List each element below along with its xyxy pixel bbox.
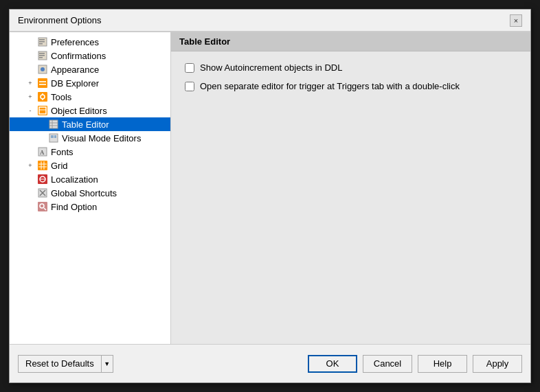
svg-rect-20 <box>49 120 58 128</box>
expander-table-editor <box>36 119 47 130</box>
svg-rect-2 <box>39 41 45 43</box>
icon-grid <box>37 160 48 171</box>
footer-left: Reset to Defaults ▼ <box>18 355 113 373</box>
expander-visual-mode-editors <box>36 132 47 143</box>
svg-rect-10 <box>38 78 47 88</box>
sidebar-tree: PreferencesConfirmationsAppearance+DB Ex… <box>10 32 171 344</box>
label-preferences: Preferences <box>51 37 99 47</box>
svg-text:A: A <box>40 149 45 156</box>
icon-find-option <box>37 201 48 212</box>
checkbox-1[interactable] <box>185 82 194 91</box>
help-button[interactable]: Help <box>418 355 467 373</box>
expander-find-option <box>25 201 36 212</box>
svg-rect-3 <box>39 43 43 45</box>
sidebar-item-visual-mode-editors[interactable]: Visual Mode Editors <box>10 131 170 145</box>
sidebar-item-preferences[interactable]: Preferences <box>10 35 170 49</box>
label-localization: Localization <box>51 174 98 185</box>
svg-rect-1 <box>39 39 45 41</box>
icon-table-editor <box>48 119 59 130</box>
panel-header: Table Editor <box>171 32 530 51</box>
svg-rect-5 <box>39 53 45 54</box>
icon-appearance <box>37 64 48 75</box>
title-bar: Environment Options × <box>10 10 530 32</box>
sidebar-item-confirmations[interactable]: Confirmations <box>10 49 170 62</box>
svg-rect-12 <box>39 84 46 85</box>
icon-global-shortcuts <box>37 187 48 198</box>
sidebar-item-db-explorer[interactable]: +DB Explorer <box>10 76 170 90</box>
expander-fonts <box>25 146 36 157</box>
label-fonts: Fonts <box>51 147 74 157</box>
footer-right: OK Cancel Help Apply <box>308 355 522 373</box>
icon-object-editors <box>37 105 48 116</box>
expander-grid[interactable]: + <box>25 160 36 171</box>
main-panel: Table Editor Show Autoincrement objects … <box>171 32 530 344</box>
checkbox-label-0[interactable]: Show Autoincrement objects in DDL <box>200 62 342 73</box>
sidebar-item-find-option[interactable]: Find Option <box>10 200 170 214</box>
checkbox-label-1[interactable]: Open separate editor for trigger at Trig… <box>200 81 460 91</box>
expander-localization <box>25 174 36 185</box>
expander-object-editors[interactable]: - <box>25 105 36 116</box>
sidebar-item-object-editors[interactable]: -Object Editors <box>10 104 170 117</box>
svg-rect-6 <box>39 55 45 56</box>
label-visual-mode-editors: Visual Mode Editors <box>62 133 141 143</box>
label-table-editor: Table Editor <box>62 119 109 130</box>
ok-button[interactable]: OK <box>308 355 357 373</box>
sidebar-item-grid[interactable]: +Grid <box>10 159 170 172</box>
icon-db-explorer <box>37 78 48 89</box>
reset-defaults-dropdown-button[interactable]: ▼ <box>101 355 113 373</box>
panel-body: Show Autoincrement objects in DDLOpen se… <box>171 51 530 344</box>
expander-preferences <box>25 36 36 47</box>
checkbox-row-0: Show Autoincrement objects in DDL <box>185 62 517 73</box>
sidebar-item-localization[interactable]: Localization <box>10 172 170 186</box>
content-area: PreferencesConfirmationsAppearance+DB Ex… <box>10 32 530 344</box>
close-button[interactable]: × <box>510 14 522 27</box>
dialog-title: Environment Options <box>18 15 101 25</box>
reset-defaults-split-button: Reset to Defaults ▼ <box>18 355 113 373</box>
label-grid: Grid <box>51 161 68 171</box>
footer: Reset to Defaults ▼ OK Cancel Help Apply <box>10 344 530 382</box>
label-tools: Tools <box>51 92 71 102</box>
label-find-option: Find Option <box>51 202 97 212</box>
icon-tools <box>37 91 48 102</box>
sidebar-item-appearance[interactable]: Appearance <box>10 62 170 76</box>
label-object-editors: Object Editors <box>51 106 107 116</box>
expander-confirmations <box>25 50 36 61</box>
checkbox-row-1: Open separate editor for trigger at Trig… <box>185 81 517 91</box>
icon-localization <box>37 174 48 185</box>
label-appearance: Appearance <box>51 65 99 75</box>
sidebar-item-tools[interactable]: +Tools <box>10 90 170 104</box>
svg-rect-29 <box>38 161 47 170</box>
label-confirmations: Confirmations <box>51 51 106 61</box>
svg-rect-11 <box>39 81 46 82</box>
expander-db-explorer[interactable]: + <box>25 78 36 89</box>
sidebar-item-fonts[interactable]: AFonts <box>10 145 170 159</box>
apply-button[interactable]: Apply <box>473 355 522 373</box>
checkbox-0[interactable] <box>185 63 194 73</box>
expander-global-shortcuts <box>25 187 36 198</box>
environment-options-dialog: Environment Options × PreferencesConfirm… <box>9 9 531 383</box>
sidebar-item-global-shortcuts[interactable]: Global Shortcuts <box>10 186 170 200</box>
cancel-button[interactable]: Cancel <box>363 355 412 373</box>
icon-visual-mode-editors <box>48 132 59 143</box>
svg-rect-26 <box>54 135 56 138</box>
dropdown-arrow-icon: ▼ <box>104 360 110 367</box>
sidebar-item-table-editor[interactable]: Table Editor <box>10 117 170 131</box>
icon-preferences <box>37 36 48 47</box>
expander-appearance <box>25 64 36 75</box>
icon-confirmations <box>37 50 48 61</box>
icon-fonts: A <box>37 146 48 157</box>
svg-rect-7 <box>39 57 43 58</box>
reset-defaults-button[interactable]: Reset to Defaults <box>18 355 101 373</box>
label-global-shortcuts: Global Shortcuts <box>51 188 117 198</box>
label-db-explorer: DB Explorer <box>51 78 99 89</box>
svg-point-9 <box>41 67 45 71</box>
svg-rect-25 <box>51 135 54 138</box>
expander-tools[interactable]: + <box>25 91 36 102</box>
